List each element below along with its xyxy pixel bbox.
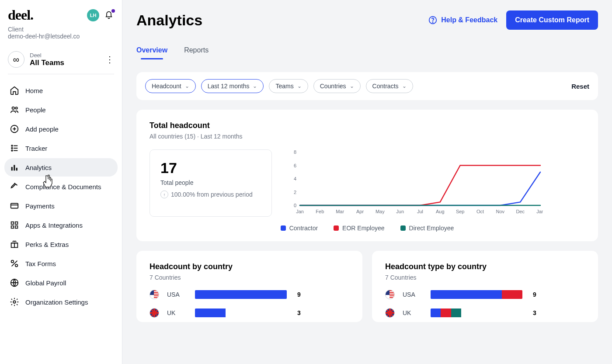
brand-logo[interactable]: deel. — [8, 7, 33, 23]
bar — [431, 309, 522, 317]
country-row: USA9 — [150, 290, 349, 299]
chevron-down-icon: ⌄ — [185, 83, 189, 89]
sidebar: deel. LH Client demo-deel-hr@letsdeel.co… — [0, 0, 122, 364]
svg-point-15 — [11, 260, 14, 263]
svg-text:4: 4 — [294, 176, 296, 181]
compliance-icon — [10, 182, 19, 191]
country-value: 3 — [297, 309, 301, 316]
svg-rect-6 — [11, 167, 13, 170]
country-value: 9 — [297, 291, 301, 298]
team-switcher[interactable]: ∞ Deel All Teams ⋮ — [0, 43, 122, 74]
create-custom-report-button[interactable]: Create Custom Report — [506, 10, 598, 30]
team-scope: All Teams — [30, 59, 64, 67]
org-name: Deel — [30, 52, 64, 59]
sidebar-item-payments[interactable]: Payments — [4, 197, 118, 215]
svg-rect-13 — [15, 226, 18, 229]
country-row: UK3 — [150, 308, 349, 318]
sidebar-item-tracker[interactable]: Tracker — [4, 139, 118, 157]
people-icon — [10, 105, 19, 114]
sidebar-item-label: Home — [25, 87, 43, 94]
analytics-icon — [10, 163, 19, 172]
tab-reports[interactable]: Reports — [184, 43, 209, 59]
infinity-icon: ∞ — [8, 51, 24, 68]
user-avatar[interactable]: LH — [87, 9, 99, 21]
card-title: Headcount by country — [150, 262, 349, 271]
flag-icon — [150, 290, 159, 299]
sidebar-item-compliance[interactable]: Compliance & Documents — [4, 177, 118, 196]
sidebar-item-org-settings[interactable]: Organization Settings — [4, 293, 118, 311]
svg-text:Jul: Jul — [417, 209, 423, 214]
chevron-down-icon: ⌄ — [253, 83, 257, 89]
reset-filters-button[interactable]: Reset — [571, 83, 589, 90]
svg-point-5 — [11, 150, 13, 151]
svg-text:6: 6 — [294, 163, 296, 168]
headcount-line-chart: 02468JanFebMarAprMayJunJulAugSepOctNovDe… — [289, 149, 585, 217]
help-feedback-link[interactable]: Help & Feedback — [428, 15, 497, 25]
sidebar-item-label: Apps & Integrations — [25, 222, 83, 229]
sidebar-item-label: People — [25, 106, 46, 114]
svg-point-1 — [15, 107, 17, 109]
filter-teams[interactable]: Teams⌄ — [269, 79, 308, 93]
sidebar-item-apps[interactable]: Apps & Integrations — [4, 216, 118, 234]
account-email: demo-deel-hr@letsdeel.co — [8, 33, 114, 40]
trend-up-icon: ↑ — [160, 191, 168, 198]
flag-icon — [385, 290, 395, 299]
sidebar-item-perks[interactable]: Perks & Extras — [4, 235, 118, 253]
tracker-icon — [10, 143, 19, 153]
svg-rect-11 — [15, 222, 18, 225]
home-icon — [10, 86, 19, 95]
kebab-icon[interactable]: ⋮ — [105, 54, 114, 65]
payments-icon — [10, 201, 19, 211]
sidebar-item-label: Payments — [25, 202, 55, 210]
card-title: Headcount type by country — [385, 262, 585, 271]
country-code: USA — [167, 291, 187, 298]
svg-text:Jan: Jan — [536, 209, 543, 214]
svg-text:Apr: Apr — [356, 209, 364, 214]
sidebar-item-label: Global Payroll — [25, 279, 66, 287]
filter-period[interactable]: Last 12 months⌄ — [201, 79, 264, 93]
svg-text:May: May — [376, 209, 385, 214]
sidebar-item-home[interactable]: Home — [4, 81, 118, 100]
sidebar-item-label: Compliance & Documents — [25, 183, 101, 191]
country-code: UK — [167, 309, 187, 316]
headcount-by-country-card: Headcount by country 7 Countries USA9UK3 — [136, 251, 362, 322]
sidebar-item-tax-forms[interactable]: Tax Forms — [4, 254, 118, 273]
legend-direct: Direct Employee — [400, 225, 454, 232]
country-value: 9 — [533, 291, 536, 298]
filter-contracts[interactable]: Contracts⌄ — [366, 79, 413, 93]
bar — [195, 290, 287, 299]
filter-headcount[interactable]: Headcount⌄ — [145, 79, 196, 93]
filter-countries[interactable]: Countries⌄ — [313, 79, 361, 93]
sidebar-item-analytics[interactable]: Analytics — [4, 158, 118, 177]
legend-contractor: Contractor — [281, 225, 318, 232]
help-label: Help & Feedback — [441, 16, 497, 24]
svg-rect-7 — [14, 165, 15, 171]
svg-text:2: 2 — [294, 190, 296, 195]
tab-overview[interactable]: Overview — [136, 43, 167, 59]
svg-point-3 — [11, 145, 13, 146]
gear-icon — [10, 297, 19, 307]
card-subtitle: 7 Countries — [150, 274, 349, 281]
sidebar-nav: Home People Add people Tracker Analytics… — [0, 79, 122, 314]
notifications-bell-icon[interactable] — [104, 10, 114, 21]
svg-rect-12 — [11, 226, 14, 229]
svg-rect-9 — [11, 204, 18, 208]
svg-text:Sep: Sep — [456, 209, 465, 214]
total-people-stat: 17 Total people ↑ 100.00% from previous … — [150, 149, 272, 217]
sidebar-item-people[interactable]: People — [4, 101, 118, 119]
bar — [431, 290, 522, 299]
account-type-label: Client — [8, 26, 114, 33]
page-title: Analytics — [136, 12, 202, 29]
flag-icon — [385, 308, 395, 318]
flag-icon — [150, 308, 159, 318]
svg-text:Dec: Dec — [516, 209, 525, 214]
percent-icon — [10, 259, 19, 268]
country-code: UK — [403, 309, 423, 316]
chevron-down-icon: ⌄ — [350, 83, 354, 89]
card-title: Total headcount — [150, 121, 585, 130]
svg-point-4 — [11, 148, 13, 149]
sidebar-item-add-people[interactable]: Add people — [4, 120, 118, 138]
sidebar-item-global-payroll[interactable]: Global Payroll — [4, 274, 118, 292]
svg-rect-8 — [16, 168, 17, 170]
chevron-down-icon: ⌄ — [297, 83, 302, 89]
